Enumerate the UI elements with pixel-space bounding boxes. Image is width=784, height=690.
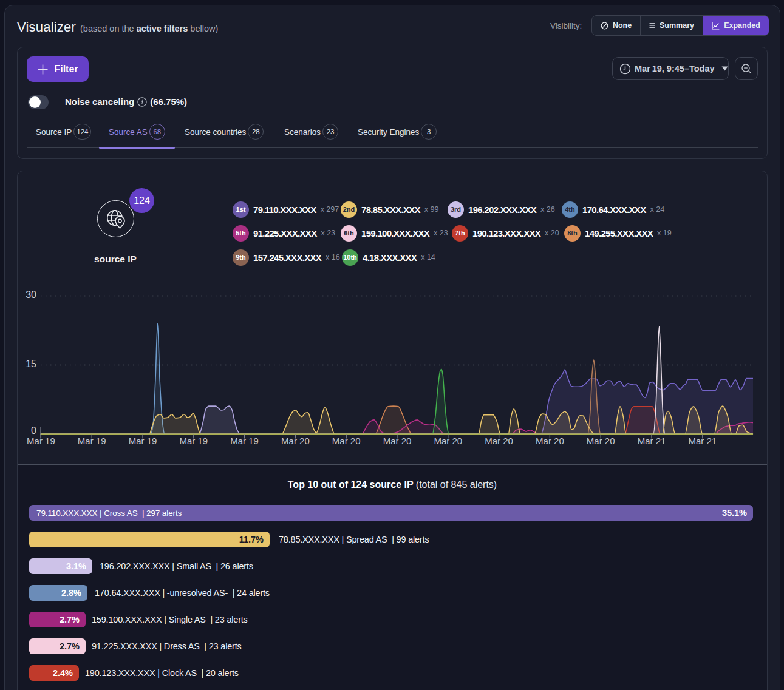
- svg-text:15: 15: [26, 359, 36, 369]
- svg-text:Mar 20: Mar 20: [281, 436, 310, 446]
- svg-text:Mar 21: Mar 21: [638, 436, 666, 446]
- svg-text:Mar 20: Mar 20: [536, 436, 564, 446]
- svg-text:0: 0: [31, 425, 36, 436]
- svg-text:30: 30: [26, 289, 36, 300]
- svg-text:Mar 19: Mar 19: [179, 436, 208, 446]
- svg-text:Mar 19: Mar 19: [230, 436, 259, 446]
- svg-text:Mar 20: Mar 20: [485, 436, 513, 446]
- svg-text:Mar 20: Mar 20: [434, 436, 462, 446]
- svg-text:Mar 20: Mar 20: [587, 436, 615, 446]
- svg-text:Mar 21: Mar 21: [688, 436, 717, 446]
- svg-text:Mar 19: Mar 19: [78, 436, 106, 446]
- svg-text:Mar 19: Mar 19: [27, 436, 55, 446]
- svg-text:Mar 20: Mar 20: [383, 436, 412, 446]
- svg-text:Mar 20: Mar 20: [332, 436, 361, 446]
- svg-text:Mar 19: Mar 19: [129, 436, 157, 446]
